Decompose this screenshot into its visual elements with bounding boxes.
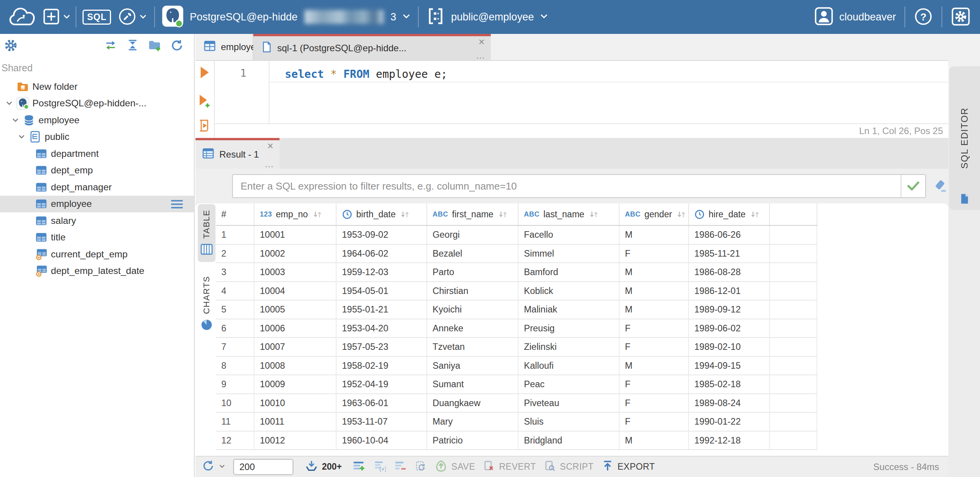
settings-button[interactable] <box>951 7 971 28</box>
sidebar-settings-button[interactable] <box>4 39 18 54</box>
grid-cell[interactable]: 10001 <box>254 226 337 244</box>
execute-new-tab-button[interactable] <box>198 94 212 109</box>
row-number-cell[interactable]: 3 <box>216 263 254 281</box>
grid-cell[interactable]: 1989-02-10 <box>689 338 770 356</box>
grid-cell[interactable]: Kyoichi <box>427 301 519 319</box>
code-line-1[interactable]: select * FROM employee e; <box>270 66 948 82</box>
grid-cell[interactable]: Bezalel <box>427 245 519 263</box>
sort-icon[interactable] <box>589 210 599 219</box>
grid-cell[interactable]: 1990-01-22 <box>689 413 770 431</box>
grid-cell[interactable]: F <box>620 338 689 356</box>
grid-cell[interactable]: 1953-09-02 <box>337 226 427 244</box>
grid-cell[interactable]: 1989-06-02 <box>689 319 770 338</box>
tools-button[interactable] <box>118 7 147 27</box>
column-header-last_name[interactable]: ABClast_name <box>519 203 620 225</box>
row-number-cell[interactable]: 1 <box>216 226 254 244</box>
chevron-down-icon[interactable] <box>8 116 22 124</box>
grid-cell[interactable]: Parto <box>427 263 519 281</box>
item-actions-icon[interactable] <box>170 199 184 211</box>
grid-cell[interactable]: 10003 <box>254 263 337 281</box>
grid-cell[interactable]: 1964-06-02 <box>337 245 427 263</box>
close-icon[interactable]: × <box>267 141 273 151</box>
grid-cell[interactable]: 1994-09-15 <box>689 357 770 375</box>
apply-filter-button[interactable] <box>901 175 925 197</box>
grid-cell[interactable]: Bridgland <box>519 432 620 450</box>
grid-cell[interactable]: Koblick <box>519 282 620 300</box>
grid-cell[interactable]: Maliniak <box>519 301 620 319</box>
tree-item-employee[interactable]: employee <box>0 112 194 129</box>
grid-cell[interactable]: 10009 <box>254 375 337 393</box>
column-header-hire_date[interactable]: hire_date <box>689 203 770 225</box>
grid-cell[interactable]: 1963-06-01 <box>337 394 427 412</box>
grid-cell[interactable]: 1986-06-26 <box>689 226 770 244</box>
grid-cell[interactable]: M <box>620 357 689 375</box>
help-button[interactable]: ? <box>914 7 933 27</box>
tab-result-1[interactable]: Result - 1 × … <box>195 138 280 169</box>
grid-cell[interactable]: 1960-10-04 <box>337 432 427 450</box>
grid-cell[interactable]: Duangkaew <box>427 394 519 412</box>
tree-item-department[interactable]: department <box>0 145 194 162</box>
grid-cell[interactable]: 10012 <box>254 432 337 450</box>
grid-cell[interactable]: Piveteau <box>519 394 620 412</box>
tree-item-salary[interactable]: salary <box>0 212 194 229</box>
grid-cell[interactable]: Sumant <box>427 375 519 393</box>
grid-cell[interactable]: F <box>620 319 689 338</box>
execute-script-button[interactable] <box>198 119 211 134</box>
sort-icon[interactable] <box>750 210 760 219</box>
grid-cell[interactable]: 1952-04-19 <box>337 375 427 393</box>
row-number-cell[interactable]: 6 <box>216 319 254 338</box>
tab-options-icon[interactable]: … <box>476 51 485 60</box>
grid-cell[interactable]: 1954-05-01 <box>337 282 427 300</box>
column-header-emp_no[interactable]: 123emp_no <box>254 203 337 225</box>
grid-cell[interactable]: Zielinski <box>519 338 620 356</box>
grid-cell[interactable]: M <box>620 282 689 300</box>
grid-cell[interactable]: Chirstian <box>427 282 519 300</box>
sql-code-editor[interactable]: select * FROM employee e; <box>270 61 948 123</box>
tree-item-PostgreSQL-ep-hidden--[interactable]: PostgreSQL@ep-hidden-... <box>0 95 194 112</box>
clear-filter-button[interactable] <box>932 178 948 194</box>
row-number-cell[interactable]: 7 <box>216 338 254 356</box>
row-number-cell[interactable]: 4 <box>216 282 254 300</box>
grid-cell[interactable]: F <box>620 413 689 431</box>
grid-cell[interactable]: 10004 <box>254 282 337 300</box>
save-button[interactable]: SAVE <box>434 459 475 475</box>
grid-cell[interactable]: 10008 <box>254 357 337 375</box>
column-header-first_name[interactable]: ABCfirst_name <box>427 203 519 225</box>
tab-table-view[interactable]: TABLE <box>198 204 216 262</box>
new-connection-button[interactable] <box>42 8 71 27</box>
grid-cell[interactable]: 1985-11-21 <box>689 245 770 263</box>
grid-cell[interactable]: 1989-09-12 <box>689 301 770 319</box>
column-header-birth_date[interactable]: birth_date <box>337 203 427 225</box>
chevron-down-icon[interactable] <box>2 99 16 107</box>
grid-cell[interactable]: F <box>620 245 689 263</box>
grid-cell[interactable]: 1986-12-01 <box>689 282 770 300</box>
tab-options-icon[interactable]: … <box>264 160 274 169</box>
row-number-cell[interactable]: 5 <box>216 301 254 319</box>
tree-item-dept_manager[interactable]: dept_manager <box>0 179 194 196</box>
execute-query-button[interactable] <box>199 66 211 81</box>
grid-cell[interactable]: 1986-08-28 <box>689 263 770 281</box>
sort-icon[interactable] <box>677 210 686 219</box>
grid-cell[interactable]: M <box>620 432 689 450</box>
tree-item-dept_emp[interactable]: dept_emp <box>0 162 194 179</box>
grid-cell[interactable]: Bamford <box>519 263 620 281</box>
grid-cell[interactable]: Facello <box>519 226 620 244</box>
schema-selector[interactable]: public@employee <box>426 6 549 28</box>
grid-cell[interactable]: 10002 <box>254 245 337 263</box>
grid-cell[interactable]: M <box>620 263 689 281</box>
tree-item-dept_emp_latest_date[interactable]: dept_emp_latest_date <box>0 263 194 280</box>
tree-item-public[interactable]: public <box>0 129 194 146</box>
tree-item-current_dept_emp[interactable]: current_dept_emp <box>0 246 194 263</box>
row-number-cell[interactable]: 12 <box>216 432 254 450</box>
grid-cell[interactable]: Tzvetan <box>427 338 519 356</box>
grid-cell[interactable]: 1953-11-07 <box>337 413 427 431</box>
column-header-gender[interactable]: ABCgender <box>620 203 689 225</box>
row-number-cell[interactable]: 11 <box>216 413 254 431</box>
grid-cell[interactable]: Mary <box>427 413 519 431</box>
fetch-more-button[interactable]: 200+ <box>305 460 342 474</box>
open-sql-editor-button[interactable]: SQL <box>83 10 111 25</box>
grid-cell[interactable]: 1959-12-03 <box>337 263 427 281</box>
grid-cell[interactable]: 1958-02-19 <box>337 357 427 375</box>
sort-icon[interactable] <box>400 210 410 219</box>
chevron-down-icon[interactable] <box>15 133 29 141</box>
